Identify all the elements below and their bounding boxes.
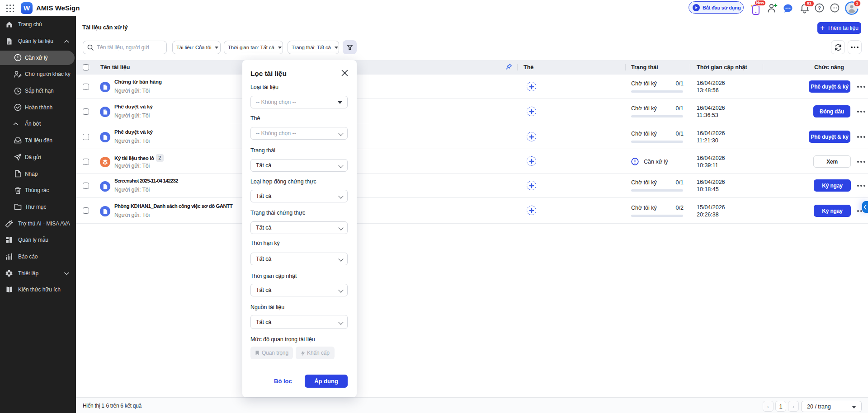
svg-text:?: ? — [818, 5, 821, 11]
